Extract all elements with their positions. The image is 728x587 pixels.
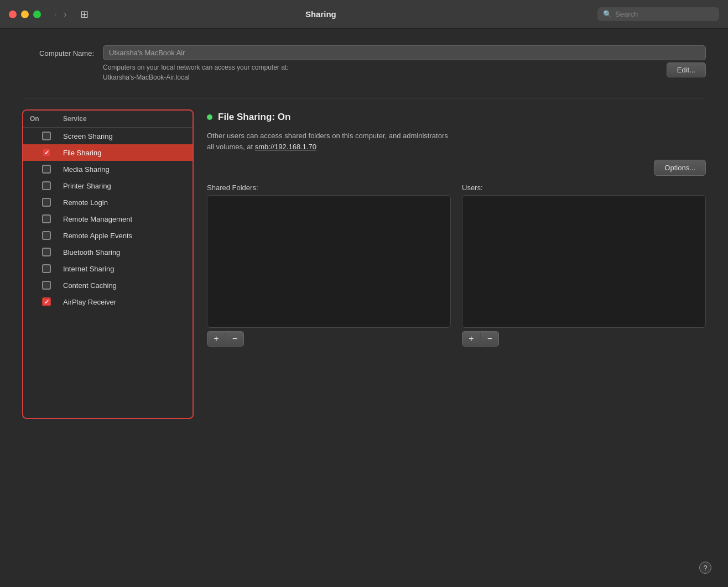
detail-title: File Sharing: On [218, 112, 290, 123]
cn-desc-row: Computers on your local network can acce… [103, 62, 706, 82]
separator [22, 98, 706, 98]
checkbox-content-caching[interactable] [42, 281, 51, 290]
cn-row-inner: Computers on your local network can acce… [103, 45, 706, 82]
detail-description: Other users can access shared folders on… [207, 130, 706, 152]
service-item-remote-login[interactable]: Remote Login [23, 194, 193, 211]
checkbox-remote-apple-events[interactable] [42, 231, 51, 240]
users-label: Users: [462, 184, 706, 192]
help-button[interactable]: ? [699, 562, 711, 574]
service-item-screen-sharing[interactable]: Screen Sharing [23, 128, 193, 144]
service-item-remote-management[interactable]: Remote Management [23, 211, 193, 227]
panels-row: Shared Folders: + − Users: + − [207, 184, 706, 347]
traffic-lights [9, 11, 41, 18]
service-detail: File Sharing: On Other users can access … [207, 109, 706, 419]
checkbox-internet-sharing[interactable] [42, 264, 51, 273]
service-label-printer-sharing: Printer Sharing [63, 182, 186, 190]
remove-user-button[interactable]: − [481, 332, 498, 346]
header-on: On [30, 115, 63, 123]
users-buttons: + − [462, 331, 499, 347]
shared-folders-label: Shared Folders: [207, 184, 451, 192]
service-label-airplay-receiver: AirPlay Receiver [63, 298, 186, 306]
shared-folders-list [207, 195, 451, 328]
checkbox-remote-login[interactable] [42, 198, 51, 207]
minimize-button[interactable] [21, 11, 29, 18]
search-icon: 🔍 [603, 10, 612, 18]
edit-button[interactable]: Edit... [667, 62, 706, 77]
add-folder-button[interactable]: + [207, 332, 225, 346]
service-item-internet-sharing[interactable]: Internet Sharing [23, 260, 193, 277]
service-item-content-caching[interactable]: Content Caching [23, 277, 193, 294]
service-label-remote-management: Remote Management [63, 215, 186, 223]
checkbox-file-sharing[interactable] [42, 148, 51, 157]
maximize-button[interactable] [33, 11, 41, 18]
remove-folder-button[interactable]: − [226, 332, 243, 346]
service-label-media-sharing: Media Sharing [63, 165, 186, 174]
cn-description: Computers on your local network can acce… [103, 62, 661, 82]
service-item-airplay-receiver[interactable]: AirPlay Receiver [23, 294, 193, 310]
titlebar: ‹ › ⊞ Sharing 🔍 [0, 0, 728, 29]
checkbox-screen-sharing[interactable] [42, 132, 51, 140]
checkbox-airplay-receiver[interactable] [42, 297, 51, 306]
service-item-remote-apple-events[interactable]: Remote Apple Events [23, 227, 193, 244]
service-list: Screen SharingFile SharingMedia SharingP… [23, 128, 193, 310]
status-dot [207, 114, 212, 120]
service-label-content-caching: Content Caching [63, 281, 186, 290]
checkbox-bluetooth-sharing[interactable] [42, 248, 51, 256]
close-button[interactable] [9, 11, 17, 18]
service-label-bluetooth-sharing: Bluetooth Sharing [63, 248, 186, 256]
users-section: Users: + − [462, 184, 706, 347]
search-bar[interactable]: 🔍 [597, 7, 719, 21]
checkbox-remote-management[interactable] [42, 214, 51, 223]
checkbox-printer-sharing[interactable] [42, 181, 51, 190]
service-label-file-sharing: File Sharing [63, 149, 186, 157]
service-label-remote-apple-events: Remote Apple Events [63, 232, 186, 240]
smb-link[interactable]: smb://192.168.1.70 [255, 143, 316, 151]
detail-title-row: File Sharing: On [207, 112, 706, 123]
service-item-file-sharing[interactable]: File Sharing [23, 144, 193, 161]
service-label-screen-sharing: Screen Sharing [63, 132, 186, 140]
service-item-bluetooth-sharing[interactable]: Bluetooth Sharing [23, 244, 193, 260]
computer-name-label: Computer Name: [22, 45, 94, 57]
computer-name-section: Computer Name: Computers on your local n… [22, 45, 706, 82]
service-label-internet-sharing: Internet Sharing [63, 265, 186, 273]
users-list [462, 195, 706, 328]
checkbox-media-sharing[interactable] [42, 165, 51, 174]
shared-folders-section: Shared Folders: + − [207, 184, 451, 347]
header-service: Service [63, 115, 186, 123]
service-item-printer-sharing[interactable]: Printer Sharing [23, 177, 193, 194]
service-item-media-sharing[interactable]: Media Sharing [23, 161, 193, 177]
add-user-button[interactable]: + [462, 332, 480, 346]
window-title: Sharing [51, 9, 591, 19]
search-input[interactable] [615, 10, 704, 18]
shared-folders-buttons: + − [207, 331, 244, 347]
main-content: Computer Name: Computers on your local n… [0, 29, 728, 587]
service-list-header: On Service [23, 111, 193, 128]
services-panel: On Service Screen SharingFile SharingMed… [22, 109, 706, 419]
service-list-container: On Service Screen SharingFile SharingMed… [22, 109, 194, 419]
computer-name-input[interactable] [103, 45, 706, 60]
options-button[interactable]: Options... [654, 160, 706, 176]
service-label-remote-login: Remote Login [63, 198, 186, 207]
